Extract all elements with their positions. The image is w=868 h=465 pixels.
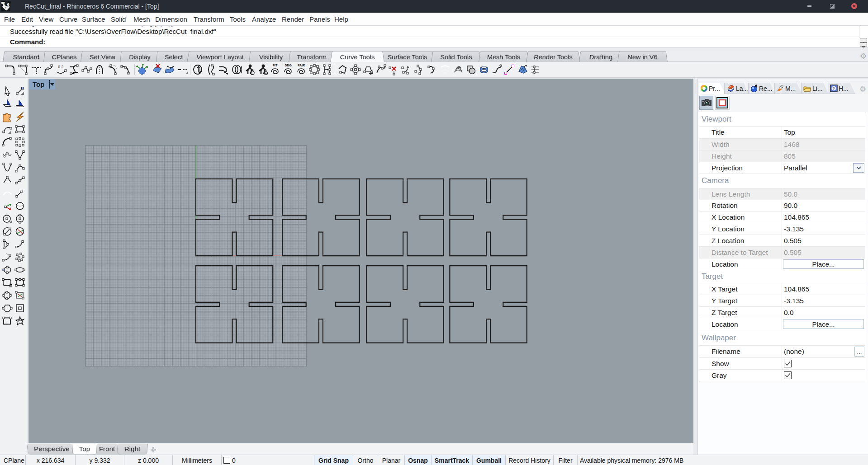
svg-text:FAIR: FAIR: [298, 64, 305, 67]
svg-text:0 2: 0 2: [58, 65, 64, 69]
svg-text:6: 6: [7, 2, 9, 7]
svg-text:DEG: DEG: [285, 64, 292, 67]
svg-text:FIT: FIT: [273, 64, 278, 67]
svg-text:?: ?: [833, 86, 835, 91]
